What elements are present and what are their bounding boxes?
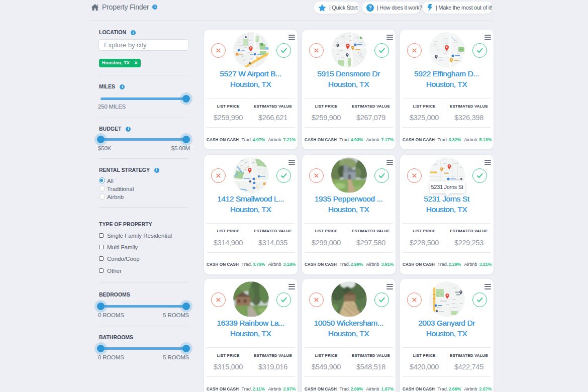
svg-text:?: ? bbox=[369, 5, 372, 11]
